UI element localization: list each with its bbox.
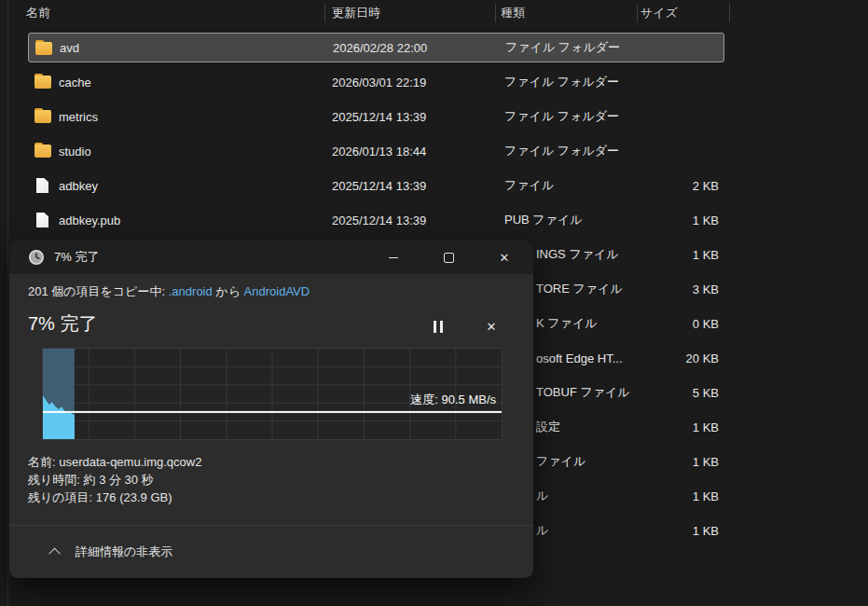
file-name: metrics bbox=[59, 110, 98, 124]
column-header-date[interactable]: 更新日時 bbox=[332, 0, 380, 26]
file-row-adbkey[interactable]: adbkey2025/12/14 13:39ファイル2 KB bbox=[28, 171, 724, 200]
file-size: 1 KB bbox=[693, 524, 719, 538]
file-size: 3 KB bbox=[693, 282, 719, 296]
cancel-icon: ✕ bbox=[487, 321, 497, 333]
file-type: PUB ファイル bbox=[504, 212, 583, 228]
cancel-copy-button[interactable]: ✕ bbox=[478, 313, 504, 339]
file-name: studio bbox=[59, 145, 91, 158]
column-separator bbox=[495, 4, 496, 22]
column-separator bbox=[637, 4, 638, 22]
copy-source-link[interactable]: .android bbox=[169, 284, 213, 298]
close-icon: ✕ bbox=[500, 252, 510, 264]
copy-progress-dialog: 7% 完了 ✕ 201 個の項目をコピー中: .android から Andro… bbox=[9, 241, 533, 578]
dialog-title: 7% 完了 bbox=[54, 241, 99, 274]
file-name: avd bbox=[60, 41, 79, 55]
folder-icon bbox=[34, 145, 51, 158]
file-type: INGS ファイル bbox=[536, 246, 619, 263]
file-type: K ファイル bbox=[536, 315, 598, 332]
column-header-type[interactable]: 種類 bbox=[501, 0, 525, 26]
file-type: ファイル フォルダー bbox=[504, 108, 619, 125]
column-header-size[interactable]: サイズ bbox=[641, 0, 678, 26]
speed-label: 速度: 90.5 MB/s bbox=[410, 392, 496, 408]
date-modified: 2025/12/14 13:39 bbox=[332, 179, 426, 193]
minimize-icon bbox=[389, 257, 398, 258]
maximize-icon bbox=[444, 253, 454, 263]
file-type: ル bbox=[536, 488, 548, 504]
file-type: ファイル bbox=[536, 453, 586, 470]
date-modified: 2026/02/28 22:00 bbox=[333, 41, 427, 55]
copy-status-line: 201 個の項目をコピー中: .android から AndroidAVD bbox=[28, 283, 310, 300]
file-row-adbkey.pub[interactable]: adbkey.pub2025/12/14 13:39PUB ファイル1 KB bbox=[28, 205, 724, 235]
pause-icon bbox=[434, 321, 436, 333]
copy-status-conj: から bbox=[213, 284, 244, 298]
close-button[interactable]: ✕ bbox=[483, 241, 526, 274]
file-type: ファイル フォルダー bbox=[504, 143, 619, 159]
file-size: 1 KB bbox=[693, 213, 719, 227]
file-size: 1 KB bbox=[693, 420, 719, 434]
detail-time-remaining: 残り時間: 約 3 分 30 秒 bbox=[28, 471, 201, 489]
folder-icon bbox=[34, 76, 51, 89]
file-type: ル bbox=[536, 522, 548, 539]
file-size: 20 KB bbox=[686, 351, 719, 365]
minimize-button[interactable] bbox=[372, 241, 415, 274]
folder-icon bbox=[34, 110, 51, 123]
file-row-cache[interactable]: cache2026/03/01 22:19ファイル フォルダー bbox=[28, 67, 724, 97]
file-name: adbkey bbox=[59, 179, 98, 193]
hide-details-button[interactable]: 詳細情報の非表示 bbox=[9, 526, 533, 578]
percent-complete-label: 7% 完了 bbox=[28, 311, 97, 337]
file-type: osoft Edge HT... bbox=[536, 351, 623, 365]
file-type: TORE ファイル bbox=[536, 281, 623, 297]
file-type: TOBUF ファイル bbox=[536, 384, 630, 401]
file-name: adbkey.pub bbox=[59, 213, 120, 227]
file-icon bbox=[36, 213, 48, 227]
folder-icon bbox=[35, 42, 52, 55]
pause-icon bbox=[440, 321, 443, 333]
maximize-button[interactable] bbox=[427, 241, 470, 274]
copy-clock-icon bbox=[28, 249, 45, 266]
hide-details-label: 詳細情報の非表示 bbox=[76, 544, 172, 560]
column-separator bbox=[729, 4, 730, 22]
file-size: 5 KB bbox=[693, 386, 719, 400]
date-modified: 2025/12/14 13:39 bbox=[332, 110, 426, 124]
file-size: 0 KB bbox=[693, 317, 719, 331]
file-type: ファイル フォルダー bbox=[505, 39, 620, 56]
file-type: ファイル bbox=[504, 177, 554, 194]
file-explorer-window: 名前 更新日時 種類 サイズ avd2026/02/28 22:00ファイル フ… bbox=[0, 0, 868, 606]
date-modified: 2025/12/14 13:39 bbox=[332, 213, 426, 227]
file-icon bbox=[36, 178, 48, 193]
pause-button[interactable] bbox=[425, 313, 451, 339]
chevron-up-icon bbox=[48, 547, 61, 559]
column-separator bbox=[324, 4, 325, 22]
date-modified: 2026/01/13 18:44 bbox=[332, 145, 426, 158]
dialog-titlebar[interactable]: 7% 完了 ✕ bbox=[9, 241, 533, 274]
file-size: 1 KB bbox=[693, 248, 719, 262]
copy-status-prefix: 201 個の項目をコピー中: bbox=[28, 284, 169, 298]
file-size: 1 KB bbox=[693, 455, 719, 469]
copy-dest-link[interactable]: AndroidAVD bbox=[244, 284, 310, 298]
file-row-avd[interactable]: avd2026/02/28 22:00ファイル フォルダー bbox=[28, 33, 724, 62]
file-size: 2 KB bbox=[693, 179, 719, 193]
file-type: 設定 bbox=[536, 419, 560, 435]
speed-chart: 速度: 90.5 MB/s bbox=[42, 348, 503, 440]
detail-items-remaining: 残りの項目: 176 (23.9 GB) bbox=[28, 489, 201, 506]
detail-file-name: 名前: userdata-qemu.img.qcow2 bbox=[28, 453, 201, 471]
column-header-name[interactable]: 名前 bbox=[26, 0, 50, 26]
file-size: 1 KB bbox=[693, 489, 719, 503]
date-modified: 2026/03/01 22:19 bbox=[332, 76, 426, 90]
pane-divider bbox=[7, 0, 8, 606]
copy-details: 名前: userdata-qemu.img.qcow2 残り時間: 約 3 分 … bbox=[28, 453, 201, 506]
file-row-metrics[interactable]: metrics2025/12/14 13:39ファイル フォルダー bbox=[28, 102, 724, 131]
file-row-studio[interactable]: studio2026/01/13 18:44ファイル フォルダー bbox=[28, 136, 724, 166]
file-name: cache bbox=[59, 76, 91, 90]
file-type: ファイル フォルダー bbox=[504, 74, 619, 90]
